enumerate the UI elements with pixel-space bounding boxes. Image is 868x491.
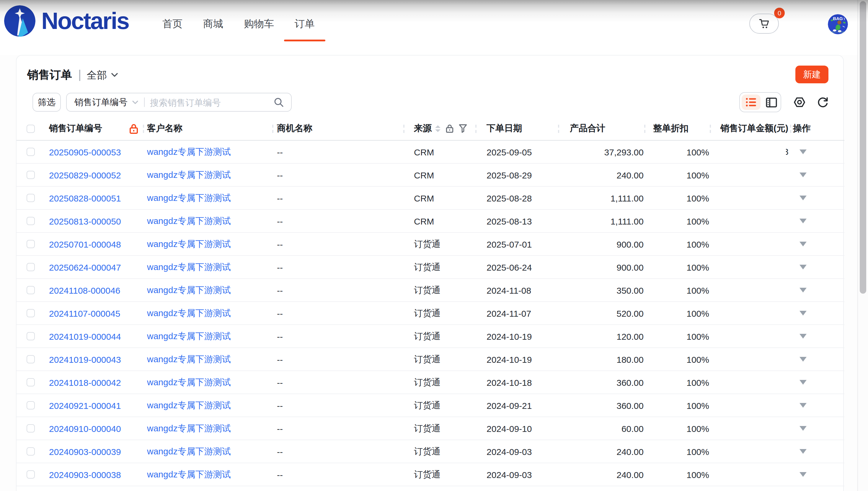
order-no-link[interactable]: 20250813-000050 xyxy=(49,216,121,226)
customer-link[interactable]: wangdz专属下游测试 xyxy=(147,285,230,296)
row-checkbox[interactable] xyxy=(27,217,35,225)
list-view-button[interactable] xyxy=(742,94,760,110)
kanban-view-button[interactable] xyxy=(762,93,781,112)
row-checkbox[interactable] xyxy=(27,355,35,364)
row-actions-dropdown[interactable] xyxy=(800,311,807,316)
customer-link[interactable]: wangdz专属下游测试 xyxy=(147,469,230,480)
row-checkbox[interactable] xyxy=(27,447,35,456)
order-no-link[interactable]: 20240903-000039 xyxy=(49,446,121,457)
row-checkbox[interactable] xyxy=(27,378,35,386)
order-no-link[interactable]: 20241108-000046 xyxy=(49,285,120,295)
select-all-checkbox[interactable] xyxy=(27,124,35,133)
row-checkbox[interactable] xyxy=(27,309,35,317)
brand-logo[interactable]: Noctaris xyxy=(4,5,129,37)
customer-link[interactable]: wangdz专属下游测试 xyxy=(147,354,230,365)
column-header-opportunity[interactable]: 商机名称 xyxy=(277,123,312,134)
sort-arrows-icon[interactable] xyxy=(435,125,440,132)
order-no-link[interactable]: 20240910-000040 xyxy=(49,423,121,433)
row-actions-dropdown[interactable] xyxy=(800,265,807,269)
row-checkbox[interactable] xyxy=(27,286,35,294)
customer-link[interactable]: wangdz专属下游测试 xyxy=(147,238,230,250)
column-header-customer[interactable]: 客户名称 xyxy=(147,123,182,134)
order-no-link[interactable]: 20241019-000043 xyxy=(49,354,121,364)
nav-item-0[interactable]: 首页 xyxy=(162,14,182,34)
column-header-order-no[interactable]: 销售订单编号 xyxy=(49,123,102,134)
row-checkbox[interactable] xyxy=(27,240,35,248)
field-settings-button[interactable] xyxy=(791,94,808,111)
filter-button[interactable]: 筛选 xyxy=(32,93,61,112)
row-actions-dropdown[interactable] xyxy=(800,426,807,431)
refresh-button[interactable] xyxy=(814,94,831,111)
row-checkbox[interactable] xyxy=(27,332,35,340)
column-header-amount[interactable]: 销售订单金额(元) xyxy=(720,123,788,134)
customer-link[interactable]: wangdz专属下游测试 xyxy=(147,446,230,457)
customer-link[interactable]: wangdz专属下游测试 xyxy=(147,308,230,319)
search-icon[interactable] xyxy=(273,97,284,108)
order-no-link[interactable]: 20241019-000044 xyxy=(49,331,121,341)
cell-opportunity: -- xyxy=(273,394,404,416)
column-header-product-total[interactable]: 产品合计 xyxy=(570,123,605,134)
list-view-icon xyxy=(746,97,756,107)
customer-link[interactable]: wangdz专属下游测试 xyxy=(147,261,230,273)
row-actions-dropdown[interactable] xyxy=(800,242,807,247)
search-box[interactable]: 销售订单编号 xyxy=(66,93,292,112)
order-no-link[interactable]: 20240921-000041 xyxy=(49,400,121,410)
customer-link[interactable]: wangdz专属下游测试 xyxy=(147,400,230,411)
row-actions-dropdown[interactable] xyxy=(800,449,807,454)
filter-funnel-icon[interactable] xyxy=(459,124,467,133)
order-no-link[interactable]: 20250829-000052 xyxy=(49,170,121,180)
column-header-source[interactable]: 来源 xyxy=(414,123,432,134)
customer-link[interactable]: wangdz专属下游测试 xyxy=(147,330,230,342)
row-checkbox[interactable] xyxy=(27,194,35,202)
customer-link[interactable]: wangdz专属下游测试 xyxy=(147,146,230,157)
order-no-link[interactable]: 20250828-000051 xyxy=(49,193,121,203)
user-avatar[interactable]: BAG 私のバッグの中 xyxy=(828,14,848,34)
vertical-scrollbar[interactable] xyxy=(857,0,868,491)
row-checkbox[interactable] xyxy=(27,148,35,156)
row-actions-dropdown[interactable] xyxy=(800,173,807,177)
row-actions-dropdown[interactable] xyxy=(800,472,807,477)
row-checkbox[interactable] xyxy=(27,470,35,479)
order-no-link[interactable]: 20241107-000045 xyxy=(49,308,120,318)
column-header-actions[interactable]: 操作 xyxy=(793,123,811,134)
row-actions-dropdown[interactable] xyxy=(800,219,807,223)
column-header-order-date[interactable]: 下单日期 xyxy=(487,123,522,134)
cell-amount xyxy=(711,302,791,324)
new-order-button[interactable]: 新建 xyxy=(795,65,829,83)
row-checkbox[interactable] xyxy=(27,401,35,409)
row-actions-dropdown[interactable] xyxy=(800,149,807,154)
nav-item-1[interactable]: 商城 xyxy=(203,14,223,34)
row-checkbox[interactable] xyxy=(27,424,35,433)
customer-link[interactable]: wangdz专属下游测试 xyxy=(147,169,230,180)
cell-order-date: 2024-09-03 xyxy=(476,463,559,486)
row-checkbox[interactable] xyxy=(27,263,35,271)
row-actions-dropdown[interactable] xyxy=(800,288,807,292)
order-no-link[interactable]: 20250701-000048 xyxy=(49,239,121,249)
cell-order-date: 2025-07-01 xyxy=(476,233,559,255)
order-no-link[interactable]: 20241018-000042 xyxy=(49,377,121,387)
search-field-selector[interactable]: 销售订单编号 xyxy=(74,96,128,108)
order-no-link[interactable]: 20250624-000047 xyxy=(49,262,121,272)
nav-item-3-active[interactable]: 订单 xyxy=(294,14,315,34)
customer-link[interactable]: wangdz专属下游测试 xyxy=(147,423,230,434)
opportunity-value: -- xyxy=(277,469,283,480)
customer-link[interactable]: wangdz专属下游测试 xyxy=(147,192,230,204)
row-actions-dropdown[interactable] xyxy=(800,357,807,362)
row-actions-dropdown[interactable] xyxy=(800,380,807,385)
customer-link[interactable]: wangdz专属下游测试 xyxy=(147,377,230,388)
product-total-value: 240.00 xyxy=(616,170,644,180)
nav-item-2[interactable]: 购物车 xyxy=(244,14,274,34)
cell-actions xyxy=(791,187,829,209)
customer-link[interactable]: wangdz专属下游测试 xyxy=(147,215,230,227)
order-no-link[interactable]: 20250905-000053 xyxy=(49,147,121,157)
row-actions-dropdown[interactable] xyxy=(800,334,807,339)
search-input[interactable] xyxy=(150,97,273,107)
column-header-discount[interactable]: 整单折扣 xyxy=(653,123,688,134)
row-checkbox[interactable] xyxy=(27,171,35,179)
row-actions-dropdown[interactable] xyxy=(800,196,807,200)
row-actions-dropdown[interactable] xyxy=(800,403,807,408)
order-no-link[interactable]: 20240903-000038 xyxy=(49,469,121,480)
view-scope-dropdown[interactable]: 全部 xyxy=(87,68,118,82)
cart-button[interactable] xyxy=(749,13,779,34)
scrollbar-thumb[interactable] xyxy=(860,1,866,294)
